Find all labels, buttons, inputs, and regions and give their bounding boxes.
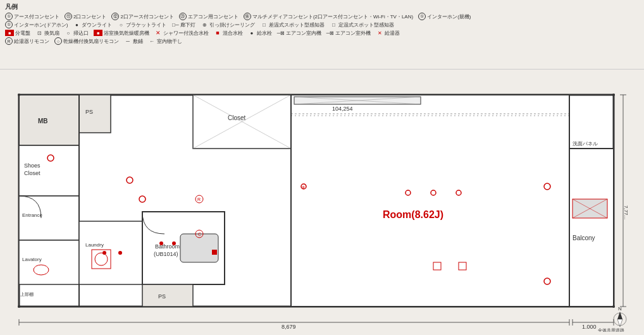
legend-label-8: ダウンライト (82, 21, 112, 28)
bath-heater-icon: ■ (94, 30, 102, 36)
svg-text:Laundry: Laundry (85, 242, 104, 248)
legend-label-16: 掃込口 (73, 30, 89, 37)
legend-item-14: ■ 分電盤 (5, 29, 30, 37)
legend-item-16: ○ 掃込口 (65, 29, 89, 37)
sensor2-icon: □ (330, 21, 337, 28)
legend-item-3: ⑫ 2口アース付コンセント (111, 13, 173, 20)
svg-text:Room(8.62J): Room(8.62J) (383, 209, 443, 220)
legend-item-11: ⊕ 引っ掛けシーリング (201, 21, 255, 28)
legend-label-18: シャワー付洗合水栓 (163, 30, 209, 37)
ac-indoor-icon: ─⊠ (277, 29, 285, 37)
legend-area: 凡例 ① アース付コンセント ⑪ 2口コンセント ⑫ 2口アース付コンセント ⑳… (0, 0, 644, 70)
legend-item-2: ⑪ 2口コンセント (65, 13, 106, 20)
svg-point-79 (102, 251, 106, 255)
remote-icon: R (5, 37, 13, 45)
legend-item-6: ① インターホン(親機) (418, 13, 471, 20)
legend-label-25: 乾燥機付換気扇リモコン (63, 38, 119, 45)
mixer-faucet-icon: ■ (214, 29, 221, 37)
breaker-icon: ■ (5, 30, 14, 36)
legend-item-7: ① インターホン(ドアホン) (5, 21, 68, 28)
legend-item-4: ⑳ エアコン用コンセント (179, 13, 238, 20)
legend-label-5: マルチメディアコンセント(2口アース付コンセント・Wi-Fi・TV・LAN) (252, 13, 413, 20)
legend-label-23: 給湯器 (385, 30, 400, 37)
legend-item-1: ① アース付コンセント (5, 13, 59, 20)
corridor-icon: □─ (171, 21, 179, 28)
svg-point-82 (172, 241, 176, 245)
legend-label-13: 定温式スポット型感知器 (338, 21, 394, 28)
outlet3-icon: ⑫ (111, 13, 119, 20)
legend-item-20: ● 給水栓 (248, 29, 272, 37)
sensor1-icon: □ (260, 21, 268, 28)
legend-label-11: 引っ掛けシーリング (209, 21, 255, 28)
legend-item-5: ⑭ マルチメディアコンセント(2口アース付コンセント・Wi-Fi・TV・LAN) (244, 13, 413, 20)
svg-text:MB: MB (38, 118, 48, 125)
ventilation-icon: ⊡ (35, 29, 43, 37)
svg-text:N: N (618, 306, 622, 312)
svg-text:Shoes: Shoes (24, 162, 40, 169)
svg-rect-22 (180, 234, 218, 262)
svg-rect-51 (212, 250, 217, 255)
svg-point-68 (18, 94, 20, 96)
legend-label-14: 分電盤 (15, 30, 30, 37)
legend-title: 凡例 (5, 3, 639, 11)
svg-text:1.000: 1.000 (582, 324, 597, 330)
svg-text:7,77...: 7,77... (623, 205, 629, 219)
legend-item-23: ✕ 給湯器 (376, 29, 400, 37)
legend-item-26: ─ 敷鋪 (124, 37, 143, 45)
legend-label-17: 浴室換気乾燥暖房機 (104, 30, 149, 37)
ac-outdoor-icon: ─⊠ (326, 29, 334, 37)
svg-rect-34 (569, 149, 614, 307)
doorphone-icon: ① (5, 21, 13, 28)
legend-item-18: ✕ シャワー付洗合水栓 (154, 29, 209, 37)
legend-item-21: ─⊠ エアコン室内機 (277, 29, 321, 37)
svg-text:104,254: 104,254 (332, 106, 353, 112)
svg-text:全体共用道路: 全体共用道路 (598, 328, 624, 332)
floorplan-area: MB PS Shoes Closet Entrance Lavatory (0, 70, 644, 335)
legend-item-13: □ 定温式スポット型感知器 (330, 21, 394, 28)
svg-text:Bathroom: Bathroom (155, 243, 180, 250)
page-wrapper: 凡例 ① アース付コンセント ⑪ 2口コンセント ⑫ 2口アース付コンセント ⑳… (0, 0, 644, 335)
legend-label-7: インターホン(ドアホン) (14, 21, 68, 28)
legend-label-6: インターホン(親機) (427, 13, 471, 20)
outlet-icon: ① (5, 13, 13, 20)
legend-label-2: 2口コンセント (73, 13, 106, 20)
outlet2-icon: ⑪ (65, 13, 72, 20)
bracket-icon: ○ (117, 21, 125, 28)
svg-rect-4 (79, 95, 111, 133)
legend-item-12: □ 差温式スポット型感知器 (260, 21, 325, 28)
svg-point-69 (612, 94, 615, 96)
legend-item-22: ─⊠ エアコン室外機 (326, 29, 371, 37)
floorplan-svg: MB PS Shoes Closet Entrance Lavatory (3, 73, 641, 332)
legend-label-21: エアコン室内機 (286, 30, 321, 37)
legend-item-24: R 給湯器リモコン (5, 37, 49, 45)
legend-item-27: ← 室内物干し (148, 37, 182, 45)
legend-row-4: R 給湯器リモコン ○ 乾燥機付換気扇リモコン ─ 敷鋪 ← 室内物干し (5, 37, 639, 45)
svg-text:Balcony: Balcony (573, 234, 595, 241)
downlight-icon: ● (73, 21, 80, 28)
svg-text:C: C (198, 232, 201, 236)
interphone-icon: ① (418, 13, 426, 20)
legend-label-19: 混合水栓 (223, 30, 243, 37)
ac-outlet-icon: ⑳ (179, 13, 187, 20)
legend-label-22: エアコン室外機 (335, 30, 371, 37)
svg-text:洗面パネル: 洗面パネル (573, 141, 598, 147)
svg-rect-9 (19, 196, 79, 240)
legend-label-4: エアコン用コンセント (188, 13, 238, 20)
sweep-icon: ○ (65, 29, 72, 37)
indoor-dry-icon: ← (148, 37, 156, 45)
water-tap-icon: ● (248, 29, 256, 37)
svg-text:R: R (197, 197, 201, 202)
svg-text:PS: PS (158, 293, 166, 300)
legend-label-20: 給水栓 (257, 30, 272, 37)
svg-point-71 (612, 305, 615, 308)
floor-icon: ─ (124, 37, 132, 45)
legend-label-1: アース付コンセント (14, 13, 59, 20)
svg-point-81 (159, 241, 163, 245)
legend-row-1: ① アース付コンセント ⑪ 2口コンセント ⑫ 2口アース付コンセント ⑳ エア… (5, 13, 639, 20)
svg-rect-30 (291, 95, 569, 307)
svg-text:PS: PS (85, 109, 93, 115)
svg-text:Entrance: Entrance (22, 212, 43, 218)
legend-item-8: ● ダウンライト (73, 21, 112, 28)
legend-item-9: ○ ブラケットライト (117, 21, 166, 28)
svg-rect-2 (19, 95, 79, 145)
